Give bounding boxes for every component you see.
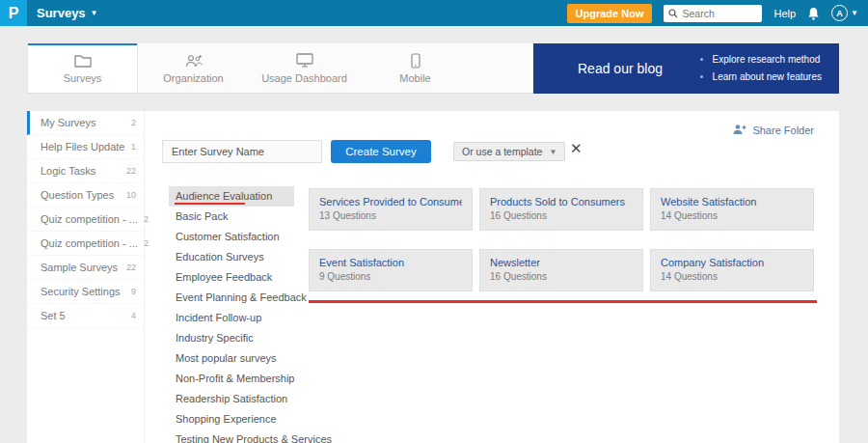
sidebar-item-count: 9 xyxy=(125,287,136,296)
category-education-surveys[interactable]: Education Surveys xyxy=(169,247,294,267)
sidebar-item-set-5[interactable]: Set 5 4 xyxy=(27,304,144,328)
template-card-title: Event Satisfaction xyxy=(319,257,462,268)
category-customer-satisfaction[interactable]: Customer Satisfaction xyxy=(169,227,294,247)
chevron-down-icon: ▼ xyxy=(91,9,98,17)
category-testing-new-products[interactable]: Testing New Products & Services xyxy=(169,429,294,443)
template-card-products-sold[interactable]: Products Sold to Consumers 16 Questions xyxy=(479,188,643,231)
search-icon xyxy=(668,5,678,22)
survey-name-input[interactable] xyxy=(162,140,322,163)
template-card-title: Services Provided to Consumers xyxy=(319,196,462,208)
category-label: Most popular surveys xyxy=(176,352,277,364)
category-industry-specific[interactable]: Industry Specific xyxy=(169,328,294,348)
avatar: A xyxy=(831,5,848,21)
folder-icon xyxy=(74,53,92,69)
tab-usage-dashboard[interactable]: Usage Dashboard xyxy=(249,43,360,93)
topbar-right-group: Upgrade Now Help A ▼ xyxy=(567,4,868,23)
sidebar-item-security-settings[interactable]: Security Settings 9 xyxy=(27,280,144,304)
sidebar-item-count: 22 xyxy=(121,166,136,176)
sidebar-item-count: 2 xyxy=(138,214,149,224)
sidebar-item-quiz-competition-1[interactable]: Quiz competition - ... 2 xyxy=(27,208,144,232)
annotation-line xyxy=(309,300,817,303)
blog-banner-bullets: Explore research method Learn about new … xyxy=(699,51,822,86)
sidebar-item-count: 1 xyxy=(125,142,136,152)
template-card-questions: 16 Questions xyxy=(490,271,633,282)
sidebar-item-help-files-update[interactable]: Help Files Update 1 xyxy=(27,135,144,159)
chevron-down-icon: ▼ xyxy=(851,9,858,17)
category-non-profit-membership[interactable]: Non-Profit & Membership xyxy=(169,369,294,389)
surveys-menu[interactable]: Surveys ▼ xyxy=(37,6,98,20)
main-panel: My Surveys 2 Help Files Update 1 Logic T… xyxy=(27,111,839,443)
create-survey-button[interactable]: Create Survey xyxy=(331,140,431,163)
template-card-questions: 9 Questions xyxy=(319,271,462,282)
template-card-questions: 16 Questions xyxy=(490,210,633,221)
category-audience-evaluation[interactable]: Audience Evaluation xyxy=(169,186,294,207)
monitor-icon xyxy=(296,53,313,69)
template-card-title: Website Satisfaction xyxy=(661,196,803,208)
tab-label: Organization xyxy=(163,72,223,84)
sidebar-item-label: Quiz competition - ... xyxy=(41,237,138,249)
category-label: Non-Profit & Membership xyxy=(176,373,295,384)
upgrade-now-button[interactable]: Upgrade Now xyxy=(567,4,653,23)
sidebar-item-sample-surveys[interactable]: Sample Surveys 22 xyxy=(27,256,144,280)
tab-label: Usage Dashboard xyxy=(261,72,347,84)
blog-banner[interactable]: Read our blog Explore research method Le… xyxy=(533,43,839,94)
template-card-questions: 14 Questions xyxy=(661,271,803,282)
template-card-services-provided[interactable]: Services Provided to Consumers 13 Questi… xyxy=(309,188,473,231)
category-label: Shopping Experience xyxy=(176,413,277,425)
tab-organization[interactable]: Organization xyxy=(138,43,249,93)
sidebar-item-logic-tasks[interactable]: Logic Tasks 22 xyxy=(27,159,144,183)
template-card-questions: 14 Questions xyxy=(661,210,803,221)
sidebar-item-quiz-competition-2[interactable]: Quiz competition - ... 2 xyxy=(27,232,144,256)
template-card-newsletter[interactable]: Newsletter 16 Questions xyxy=(479,249,643,291)
section-tabs-row: Surveys Organization Usage Dashboard Mob… xyxy=(27,43,839,94)
search-box[interactable] xyxy=(664,5,762,22)
template-card-title: Newsletter xyxy=(490,257,633,268)
tab-label: Mobile xyxy=(399,72,430,84)
account-menu[interactable]: A ▼ xyxy=(831,5,858,21)
category-incident-follow-up[interactable]: Incident Follow-up xyxy=(169,308,294,328)
category-most-popular-surveys[interactable]: Most popular surveys xyxy=(169,348,294,369)
tab-surveys[interactable]: Surveys xyxy=(27,43,138,93)
sidebar-item-count: 2 xyxy=(125,118,136,127)
phone-icon xyxy=(411,53,420,69)
category-label: Readership Satisfaction xyxy=(176,393,287,404)
category-label: Audience Evaluation xyxy=(176,190,272,202)
share-person-icon xyxy=(732,124,747,137)
category-event-planning-feedback[interactable]: Event Planning & Feedback xyxy=(169,288,294,308)
share-folder-label: Share Folder xyxy=(752,125,814,136)
template-dropdown[interactable]: Or use a template ▼ xyxy=(453,142,565,161)
category-basic-pack[interactable]: Basic Pack xyxy=(169,207,294,227)
sidebar-item-count: 2 xyxy=(138,238,149,248)
close-icon[interactable]: ✕ xyxy=(570,140,583,157)
folders-sidebar: My Surveys 2 Help Files Update 1 Logic T… xyxy=(27,111,145,443)
section-tabs: Surveys Organization Usage Dashboard Mob… xyxy=(27,43,533,94)
template-card-website-satisfaction[interactable]: Website Satisfaction 14 Questions xyxy=(650,188,814,231)
blog-bullet: Learn about new features xyxy=(713,69,822,86)
tab-mobile[interactable]: Mobile xyxy=(360,43,471,93)
sidebar-item-my-surveys[interactable]: My Surveys 2 xyxy=(27,111,144,135)
tab-label: Surveys xyxy=(64,72,102,84)
notifications-bell-icon[interactable] xyxy=(807,7,820,20)
template-card-event-satisfaction[interactable]: Event Satisfaction 9 Questions xyxy=(309,249,473,291)
surveys-menu-label: Surveys xyxy=(37,6,86,20)
help-link[interactable]: Help xyxy=(773,8,796,19)
sidebar-item-question-types[interactable]: Question Types 10 xyxy=(27,183,144,208)
template-card-questions: 13 Questions xyxy=(319,210,462,221)
app-logo[interactable]: P xyxy=(0,0,27,26)
template-card-company-satisfaction[interactable]: Company Satisfaction 14 Questions xyxy=(650,249,814,291)
category-label: Incident Follow-up xyxy=(176,312,261,323)
category-shopping-experience[interactable]: Shopping Experience xyxy=(169,409,294,429)
template-card-title: Products Sold to Consumers xyxy=(490,196,633,208)
search-input[interactable] xyxy=(682,8,757,19)
category-label: Industry Specific xyxy=(176,332,254,344)
share-folder-button[interactable]: Share Folder xyxy=(732,124,814,137)
sidebar-item-label: My Surveys xyxy=(41,117,95,128)
category-employee-feedback[interactable]: Employee Feedback xyxy=(169,267,294,288)
sidebar-item-label: Set 5 xyxy=(41,310,66,321)
top-navigation-bar: P Surveys ▼ Upgrade Now Help A ▼ xyxy=(0,0,868,26)
sidebar-item-label: Quiz competition - ... xyxy=(41,213,138,225)
category-label: Education Surveys xyxy=(176,251,264,263)
sidebar-item-label: Help Files Update xyxy=(41,141,124,152)
category-readership-satisfaction[interactable]: Readership Satisfaction xyxy=(169,389,294,409)
blog-bullet: Explore research method xyxy=(713,51,822,69)
